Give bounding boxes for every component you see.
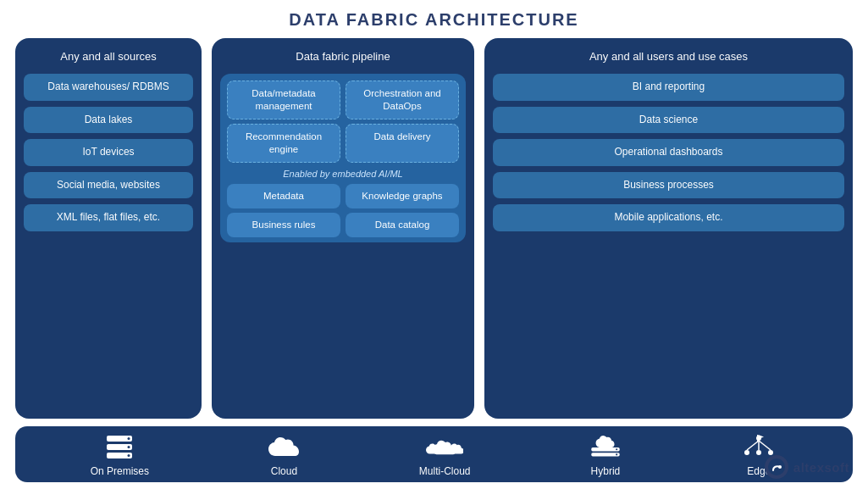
brand-name: altexsoft [793, 460, 849, 475]
pipeline-row-3: Metadata Knowledge graphs [227, 184, 459, 208]
svg-point-12 [756, 450, 761, 455]
sources-panel: Any and all sources Data warehouses/ RDB… [15, 38, 202, 419]
bottom-item-hybrid: Hybrid [587, 433, 624, 477]
bottom-item-label: Cloud [271, 465, 297, 477]
list-item: Operational dashboards [493, 139, 844, 166]
usecases-label: Any and all users and use cases [493, 47, 844, 68]
pipeline-panel: Data fabric pipeline Data/metadata manag… [212, 38, 474, 419]
server-icon [101, 433, 138, 462]
pipeline-label: Data fabric pipeline [220, 47, 466, 68]
ai-label: Enabled by embedded AI/ML [227, 167, 459, 180]
page-title: DATA FABRIC ARCHITECTURE [15, 10, 853, 30]
pipeline-cell-data-metadata: Data/metadata management [227, 81, 340, 119]
list-item: Data warehouses/ RDBMS [24, 74, 193, 101]
pipeline-cell-delivery: Data delivery [346, 124, 459, 163]
hybrid-icon [587, 433, 624, 462]
pipeline-row-1: Data/metadata management Orchestration a… [227, 81, 459, 119]
svg-point-11 [744, 450, 749, 455]
branding: altexsoft [765, 455, 849, 479]
list-item: Mobile applications, etc. [493, 204, 844, 231]
pipeline-cell-catalog: Data catalog [346, 213, 459, 237]
svg-point-4 [128, 446, 130, 448]
list-item: Data lakes [24, 107, 193, 134]
svg-line-14 [747, 441, 759, 450]
multi-cloud-icon [426, 433, 463, 462]
top-section: Any and all sources Data warehouses/ RDB… [15, 38, 853, 419]
svg-point-9 [616, 453, 617, 455]
brand-logo [765, 455, 788, 479]
svg-point-5 [128, 454, 130, 457]
list-item: Social media, websites [24, 172, 193, 199]
pipeline-cell-recommendation: Recommendation engine [227, 124, 340, 163]
list-item: BI and reporting [493, 74, 844, 101]
svg-point-3 [128, 437, 130, 440]
sources-label: Any and all sources [24, 47, 193, 68]
svg-rect-6 [591, 447, 619, 451]
pipeline-row-2: Recommendation engine Data delivery [227, 124, 459, 163]
list-item: IoT devices [24, 139, 193, 166]
svg-rect-17 [757, 435, 759, 442]
pipeline-cell-knowledge: Knowledge graphs [346, 184, 459, 208]
bottom-item-on-premises: On Premises [91, 433, 149, 477]
usecases-panel: Any and all users and use cases BI and r… [484, 38, 853, 419]
bottom-item-label: Multi-Cloud [419, 465, 471, 477]
list-item: XML files, flat files, etc. [24, 204, 193, 231]
pipeline-cell-orchestration: Orchestration and DataOps [346, 81, 459, 119]
svg-point-8 [616, 448, 617, 450]
pipeline-inner: Data/metadata management Orchestration a… [220, 74, 466, 242]
bottom-item-cloud: Cloud [265, 433, 302, 477]
pipeline-cell-business-rules: Business rules [227, 213, 340, 237]
cloud-icon [265, 433, 302, 462]
svg-line-16 [759, 441, 771, 450]
list-item: Data science [493, 107, 844, 134]
bottom-bar: On Premises Cloud [15, 426, 853, 482]
svg-rect-7 [591, 453, 619, 456]
pipeline-row-4: Business rules Data catalog [227, 213, 459, 237]
main-container: DATA FABRIC ARCHITECTURE Any and all sou… [0, 0, 868, 489]
bottom-item-label: Hybrid [591, 465, 621, 477]
bottom-item-multi-cloud: Multi-Cloud [419, 433, 471, 477]
list-item: Business processes [493, 172, 844, 199]
svg-point-20 [778, 465, 782, 469]
bottom-item-label: On Premises [91, 465, 149, 477]
pipeline-cell-metadata: Metadata [227, 184, 340, 208]
